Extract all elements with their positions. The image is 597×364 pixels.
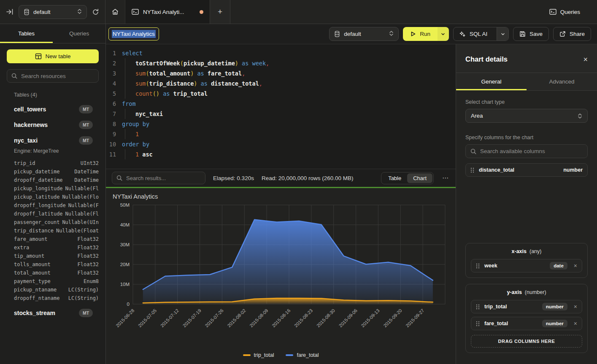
chart-area: NYTaxi Analytics 010M20M30M40M50M2015-06… <box>106 188 456 364</box>
sidebar-tab-tables[interactable]: Tables <box>0 24 53 43</box>
drag-handle-icon[interactable] <box>470 167 474 173</box>
line-number: 1 <box>106 48 116 58</box>
panel-title: Chart details <box>465 55 508 63</box>
share-button-label: Share <box>570 31 585 37</box>
column-chip-distance-total[interactable]: distance_total number <box>465 163 588 177</box>
results-search-input[interactable]: Search results... <box>112 172 205 184</box>
table-row-stocks-stream[interactable]: stocks_stream MT <box>14 309 99 317</box>
table-row-nyc-taxi[interactable]: nyc_taxi MT <box>14 136 99 145</box>
line-number: 8 <box>106 119 116 129</box>
panel-tabs: General Advanced <box>456 73 597 91</box>
remove-column-icon[interactable]: × <box>574 320 577 327</box>
editor-line[interactable]: 4sum(trip_distance) as distance_total, <box>106 78 456 89</box>
editor-line[interactable]: 2toStartOfWeek(pickup_datetime) as week, <box>106 58 456 68</box>
tab-advanced[interactable]: Advanced <box>527 73 597 90</box>
code-text: 1 asc <box>116 149 153 159</box>
more-options-icon[interactable]: ⋯ <box>441 174 450 182</box>
editor-line[interactable]: 91 <box>106 129 456 139</box>
query-header: NYTaxi Analytics default <box>106 24 597 44</box>
chart-type-value: Area <box>471 113 483 119</box>
share-button[interactable]: Share <box>553 27 591 41</box>
editor-line[interactable]: 8group by <box>106 119 456 129</box>
line-number: 6 <box>106 99 116 109</box>
close-icon[interactable]: × <box>583 56 588 63</box>
drag-handle-icon[interactable] <box>476 321 480 326</box>
editor-line[interactable]: 7nyc_taxi <box>106 109 456 119</box>
column-type: Float32 <box>78 269 99 277</box>
tab-general[interactable]: General <box>456 73 527 90</box>
drop-zone[interactable]: DRAG COLUMNS HERE <box>471 335 582 348</box>
line-number: 10 <box>106 139 116 149</box>
column-name: tip_amount <box>14 252 44 260</box>
svg-text:2015-09-13: 2015-09-13 <box>360 308 381 328</box>
sql-ai-button[interactable]: SQL AI <box>454 27 493 40</box>
table-row-cell-towers[interactable]: cell_towers MT <box>14 105 99 113</box>
save-button-label: Save <box>529 31 543 37</box>
home-tab-button[interactable] <box>105 0 125 24</box>
area-chart[interactable]: 010M20M30M40M50M2015-06-282015-07-052015… <box>112 202 449 336</box>
run-button[interactable]: Run <box>403 27 438 41</box>
query-tab-active[interactable]: NYTaxi Analyti... <box>125 0 210 24</box>
remove-column-icon[interactable]: × <box>574 303 577 310</box>
remove-column-icon[interactable]: × <box>574 262 577 269</box>
query-database-selector[interactable]: default <box>329 27 399 41</box>
sql-editor[interactable]: 1select2toStartOfWeek(pickup_datetime) a… <box>106 44 456 169</box>
new-table-button[interactable]: New table <box>7 49 99 63</box>
column-row: total_amountFloat32 <box>14 269 99 277</box>
table-row-hackernews[interactable]: hackernews MT <box>14 121 99 129</box>
table-view-toggle[interactable]: Table <box>382 173 407 183</box>
y-axis-chip-fare-total[interactable]: fare_total number × <box>471 317 582 330</box>
queries-button[interactable]: Queries <box>543 0 586 24</box>
drag-handle-icon[interactable] <box>476 263 480 269</box>
editor-line[interactable]: 5count() as trip_total <box>106 89 456 99</box>
editor-line[interactable]: 6from <box>106 99 456 109</box>
query-database-value: default <box>344 31 361 37</box>
chart-canvas[interactable]: 010M20M30M40M50M2015-06-282015-07-052015… <box>112 202 450 351</box>
column-name: dropoff_datetime <box>14 176 63 184</box>
results-search-placeholder: Search results... <box>126 175 166 181</box>
sidebar-search-input[interactable]: Search resources <box>7 69 99 83</box>
legend-label: fare_total <box>297 352 319 358</box>
column-name: fare_total <box>484 321 508 326</box>
columns-search-input[interactable]: Search available columns <box>465 144 588 158</box>
query-title-input[interactable]: NYTaxi Analytics <box>108 27 159 40</box>
legend-item-trip_total[interactable]: trip_total <box>243 352 274 358</box>
editor-line[interactable]: 3sum(total_amount) as fare_total, <box>106 68 456 78</box>
legend-item-fare_total[interactable]: fare_total <box>286 352 319 358</box>
svg-text:50M: 50M <box>120 202 130 208</box>
sidebar-tab-queries[interactable]: Queries <box>53 24 105 43</box>
engine-badge: MT <box>79 105 93 113</box>
y-axis-chip-trip-total[interactable]: trip_total number × <box>471 300 582 313</box>
chart-view-toggle[interactable]: Chart <box>407 173 432 183</box>
save-button[interactable]: Save <box>513 27 549 41</box>
column-name: pickup_ntaname <box>14 286 57 294</box>
y-axis-section: y-axis (number) trip_total number × <box>465 284 588 353</box>
panel-header: Chart details × <box>456 44 597 73</box>
run-options-dropdown[interactable] <box>438 27 449 41</box>
x-axis-chip-week[interactable]: week date × <box>471 259 582 272</box>
editor-line[interactable]: 10order by <box>106 139 456 149</box>
editor-line[interactable]: 1select <box>106 48 456 58</box>
line-number: 7 <box>106 109 116 119</box>
code-text: toStartOfWeek(pickup_datetime) as week, <box>116 58 269 68</box>
drag-handle-icon[interactable] <box>476 304 480 310</box>
new-tab-button[interactable]: + <box>210 0 230 24</box>
collapse-sidebar-icon[interactable] <box>6 8 14 16</box>
x-axis-constraint: (any) <box>529 248 541 254</box>
code-text: nyc_taxi <box>116 109 163 119</box>
svg-text:2015-07-19: 2015-07-19 <box>182 308 202 328</box>
refresh-icon[interactable] <box>92 8 99 16</box>
results-toolbar: Search results... Elapsed: 0.320s Read: … <box>106 169 456 187</box>
column-type: Float32 <box>78 235 99 243</box>
column-type: Nullable(Float <box>56 226 99 235</box>
sql-ai-dropdown[interactable] <box>497 27 508 40</box>
sidebar: Tables Queries New table Search resource… <box>0 24 106 364</box>
y-axis-header: y-axis (number) <box>471 289 582 295</box>
chart-type-select[interactable]: Area <box>465 109 588 123</box>
svg-text:2015-09-27: 2015-09-27 <box>405 308 425 328</box>
column-type-badge: number <box>542 303 567 310</box>
database-selector[interactable]: default <box>19 5 87 19</box>
chart-legend: trip_totalfare_total <box>112 351 450 364</box>
tables-list: cell_towers MT hackernews MT nyc_taxi MT… <box>7 105 99 317</box>
editor-line[interactable]: 111 asc <box>106 149 456 159</box>
